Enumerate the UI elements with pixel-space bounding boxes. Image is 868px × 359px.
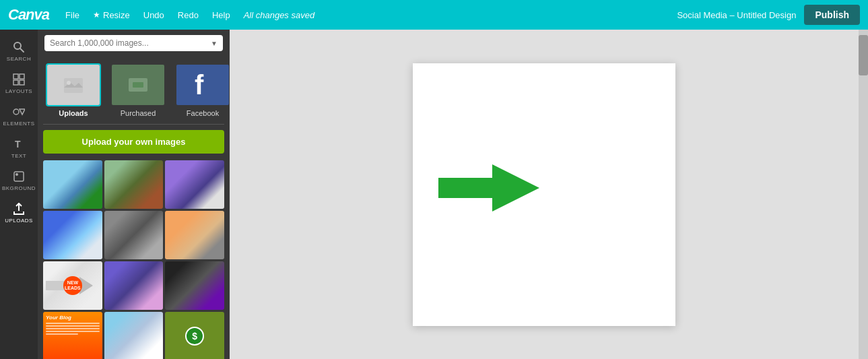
undo-button[interactable]: Undo [138, 7, 170, 23]
svg-marker-19 [438, 164, 539, 211]
blog-title: Your Blog [46, 315, 100, 321]
search-icon [12, 40, 26, 54]
svg-rect-15 [133, 82, 143, 88]
leads-badge: NEW LEADS [63, 276, 82, 295]
background-icon [12, 170, 26, 183]
canvas-area [230, 30, 859, 359]
design-title: Social Media – Untitled Design [677, 10, 796, 20]
money-icon: $ [185, 327, 204, 346]
list-item[interactable] [43, 160, 102, 209]
svg-rect-2 [13, 74, 18, 79]
main-layout: SEARCH LAYOUTS ELEMENTS [0, 30, 868, 359]
list-item[interactable] [165, 211, 224, 259]
logo-text: Canva [8, 6, 49, 24]
sidebar-layouts-label: LAYOUTS [5, 88, 32, 94]
money-overlay: $ [165, 312, 224, 359]
crown-icon: ★ [93, 10, 100, 20]
image-grid: NEW LEADS Your Blog [38, 158, 230, 359]
uploads-tab-label: Uploads [59, 109, 88, 117]
layouts-icon [12, 73, 26, 86]
svg-rect-5 [20, 80, 24, 85]
panel-search-area: ▼ [38, 30, 230, 57]
panel: ▼ Uploads [38, 30, 230, 359]
uploads-thumb-bg [47, 65, 100, 105]
sidebar-elements-label: ELEMENTS [3, 121, 34, 127]
tab-uploads[interactable]: Uploads [43, 61, 104, 120]
save-status: All changes saved [244, 10, 315, 20]
sidebar-background-label: BKGROUND [2, 185, 36, 191]
sidebar-uploads-label: UPLOADS [5, 218, 33, 224]
facebook-thumb-bg: f [176, 65, 229, 105]
facebook-tab-label: Facebook [187, 109, 219, 117]
purchased-tab-label: Purchased [121, 109, 156, 117]
icon-sidebar: SEARCH LAYOUTS ELEMENTS [0, 30, 38, 359]
list-item[interactable] [104, 160, 164, 209]
tab-purchased[interactable]: Purchased [108, 61, 168, 120]
panel-divider [43, 124, 224, 125]
text-icon: T [12, 137, 26, 151]
purchased-thumb-bg [112, 65, 164, 105]
resize-menu[interactable]: ★ Resize [88, 7, 135, 23]
leads-line1: NEW [67, 280, 78, 286]
sidebar-item-search[interactable]: SEARCH [0, 35, 38, 67]
uploads-icon [12, 202, 26, 216]
list-item[interactable]: NEW LEADS [43, 261, 102, 310]
facebook-thumbnail: f [175, 63, 230, 106]
scrollbar[interactable] [859, 30, 868, 359]
logo: Canva [8, 6, 49, 24]
svg-rect-9 [14, 172, 24, 181]
list-item[interactable]: $ [165, 312, 224, 359]
sidebar-search-label: SEARCH [7, 56, 31, 62]
file-menu[interactable]: File [60, 7, 85, 23]
search-dropdown-icon[interactable]: ▼ [211, 40, 218, 47]
list-item[interactable] [104, 312, 164, 359]
sidebar-item-background[interactable]: BKGROUND [0, 164, 38, 197]
list-item[interactable] [104, 261, 164, 310]
navbar-right: Social Media – Untitled Design Publish [677, 5, 860, 25]
publish-button[interactable]: Publish [804, 5, 860, 25]
blog-overlay: Your Blog [43, 312, 102, 359]
blog-lines [46, 323, 100, 336]
search-input[interactable] [50, 38, 211, 48]
svg-point-10 [15, 173, 18, 176]
uploads-thumbnail [46, 63, 101, 106]
svg-rect-3 [20, 74, 24, 79]
svg-marker-7 [20, 109, 25, 115]
sidebar-item-layouts[interactable]: LAYOUTS [0, 67, 38, 100]
sidebar-item-uploads[interactable]: UPLOADS [0, 197, 38, 229]
svg-rect-4 [13, 80, 18, 85]
upload-images-button[interactable]: Upload your own images [43, 130, 224, 154]
navbar: Canva File ★ Resize Undo Redo Help All c… [0, 0, 868, 30]
svg-point-6 [13, 109, 19, 115]
list-item[interactable] [165, 160, 224, 209]
scrollbar-thumb[interactable] [859, 35, 868, 75]
source-tabs: Uploads Purchased [38, 57, 230, 123]
help-menu[interactable]: Help [207, 7, 236, 23]
svg-text:f: f [195, 70, 204, 100]
purchased-thumbnail [110, 63, 166, 106]
sidebar-text-label: TEXT [11, 153, 26, 159]
svg-point-13 [67, 81, 71, 85]
redo-button[interactable]: Redo [172, 7, 204, 23]
list-item[interactable] [104, 211, 164, 259]
sidebar-item-elements[interactable]: ELEMENTS [0, 100, 38, 132]
upload-button-wrap: Upload your own images [38, 126, 230, 158]
sidebar-item-text[interactable]: T TEXT [0, 132, 38, 164]
resize-label: Resize [103, 10, 130, 20]
list-item[interactable] [165, 261, 224, 310]
leads-line2: LEADS [65, 286, 81, 291]
tab-facebook[interactable]: f Facebook [172, 61, 230, 120]
svg-line-1 [20, 48, 24, 52]
list-item[interactable] [43, 211, 102, 259]
list-item[interactable]: Your Blog [43, 312, 102, 359]
green-arrow [438, 164, 539, 214]
nav-links: File ★ Resize Undo Redo Help All changes… [60, 7, 314, 23]
search-input-wrap[interactable]: ▼ [44, 35, 223, 51]
elements-icon [12, 105, 26, 119]
svg-text:T: T [15, 139, 21, 150]
